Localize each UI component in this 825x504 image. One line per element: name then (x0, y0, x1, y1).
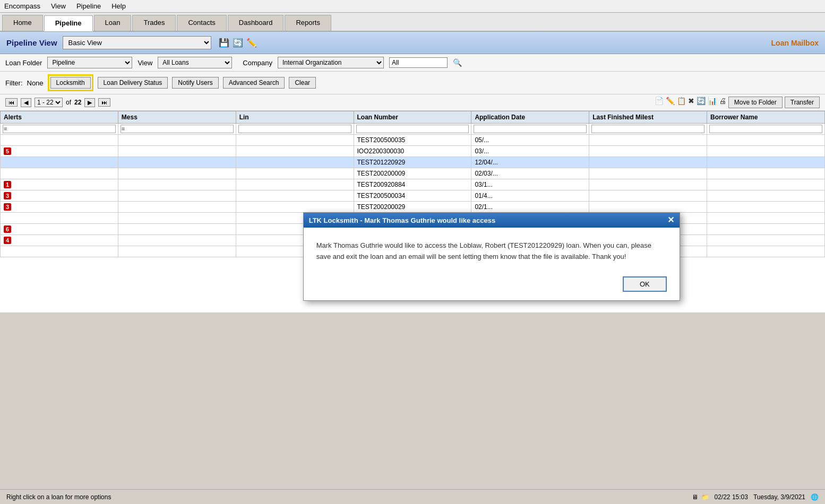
notify-users-button[interactable]: Notify Users (172, 77, 218, 89)
new-loan-icon[interactable]: 📄 (655, 97, 664, 108)
export-icon[interactable]: 📊 (708, 97, 717, 108)
menu-help[interactable]: Help (111, 2, 126, 10)
cell-milestone (589, 190, 707, 202)
table-row[interactable]: 3 TEST200500034 01/4... (1, 190, 825, 202)
page-range-select[interactable]: 1 - 22 (35, 98, 63, 107)
loan-folder-bar: Loan Folder Pipeline View All Loans Comp… (0, 54, 825, 72)
cell-alerts: 4 (1, 235, 118, 246)
cell-alerts (1, 246, 118, 257)
prev-page-button[interactable]: ◀ (21, 98, 31, 107)
tab-bar: Home Pipeline Loan Trades Contacts Dashb… (0, 13, 825, 32)
tab-trades[interactable]: Trades (132, 15, 176, 31)
table-row[interactable]: TEST200500035 05/... (1, 135, 825, 146)
dialog-message: Mark Thomas Guthrie would like to access… (316, 240, 667, 263)
cell-mess (118, 235, 236, 246)
delete-loan-icon[interactable]: ✖ (688, 97, 694, 108)
filter-borrower[interactable] (709, 125, 822, 133)
refresh-icon[interactable]: 🔄 (233, 38, 243, 48)
tab-home[interactable]: Home (2, 15, 43, 31)
refresh-loan-icon[interactable]: 🔄 (697, 97, 706, 108)
ok-button[interactable]: OK (623, 276, 667, 292)
cell-mess (118, 157, 236, 168)
loan-mailbox-link[interactable]: Loan Mailbox (771, 39, 819, 47)
cell-lin (236, 135, 354, 146)
cell-app-date: 12/04/... (471, 157, 589, 168)
filter-alerts[interactable] (3, 125, 116, 133)
table-row[interactable]: TEST200200009 02/03/... (1, 168, 825, 179)
col-alerts[interactable]: Alerts (1, 111, 118, 124)
filter-mess[interactable] (121, 125, 234, 133)
company-filter-input[interactable] (389, 57, 448, 68)
save-view-icon[interactable]: 💾 (219, 38, 229, 48)
first-page-button[interactable]: ⏮ (5, 98, 18, 107)
filter-lin[interactable] (238, 125, 351, 133)
loan-folder-label: Loan Folder (5, 59, 42, 67)
cell-milestone (589, 135, 707, 146)
clear-button[interactable]: Clear (289, 77, 316, 89)
loan-delivery-status-button[interactable]: Loan Delivery Status (98, 77, 168, 89)
filter-app-date[interactable] (474, 125, 587, 133)
cell-lin (236, 168, 354, 179)
edit-loan-icon[interactable]: ✏️ (666, 97, 675, 108)
locksmith-dialog: LTK Locksmith - Mark Thomas Guthrie woul… (303, 212, 680, 301)
table-row[interactable]: TEST201220929 12/04/... (1, 157, 825, 168)
tab-dashboard[interactable]: Dashboard (228, 15, 284, 31)
cell-milestone (589, 146, 707, 157)
tab-pipeline[interactable]: Pipeline (44, 15, 93, 31)
locksmith-button[interactable]: Locksmith (50, 77, 91, 89)
cell-milestone (589, 179, 707, 190)
filter-loan-number[interactable] (356, 125, 469, 133)
view-label: View (138, 59, 152, 67)
dialog-close-button[interactable]: ✕ (667, 216, 674, 224)
next-page-button[interactable]: ▶ (84, 98, 95, 107)
filter-milestone[interactable] (591, 125, 704, 133)
copy-loan-icon[interactable]: 📋 (677, 97, 686, 108)
view-select[interactable]: Basic View (63, 36, 211, 49)
cell-app-date: 01/4... (471, 190, 589, 202)
table-row[interactable]: 1 TEST200920884 03/1... (1, 179, 825, 190)
move-to-folder-button[interactable]: Move to Folder (728, 97, 783, 108)
cell-borrower (707, 190, 825, 202)
col-borrower[interactable]: Borrower Name (707, 111, 825, 124)
alert-badge: 5 (4, 147, 11, 155)
cell-loan-number: TEST201220929 (354, 157, 471, 168)
cell-borrower (707, 213, 825, 224)
col-milestone[interactable]: Last Finished Milest (589, 111, 707, 124)
cell-borrower (707, 224, 825, 235)
loan-folder-select[interactable]: Pipeline (47, 57, 132, 68)
cell-alerts: 6 (1, 224, 118, 235)
cell-borrower (707, 246, 825, 257)
menu-pipeline[interactable]: Pipeline (76, 2, 101, 10)
tab-contacts[interactable]: Contacts (177, 15, 226, 31)
table-row[interactable]: 5 IOO2200300030 03/... (1, 146, 825, 157)
filter-label: Filter: (5, 79, 23, 87)
cell-loan-number: TEST200500034 (354, 190, 471, 202)
pipeline-header: Pipeline View Basic View 💾 🔄 ✏️ Loan Mai… (0, 32, 825, 54)
transfer-button[interactable]: Transfer (785, 97, 820, 108)
edit-icon[interactable]: ✏️ (246, 38, 257, 48)
filter-value: None (27, 79, 44, 87)
tab-loan[interactable]: Loan (94, 15, 132, 31)
cell-loan-number: TEST200200029 (354, 202, 471, 213)
cell-loan-number: IOO2200300030 (354, 146, 471, 157)
last-page-button[interactable]: ⏭ (98, 98, 110, 107)
col-app-date[interactable]: Application Date (471, 111, 589, 124)
company-select[interactable]: Internal Organization (278, 57, 384, 68)
cell-mess (118, 246, 236, 257)
menu-view[interactable]: View (51, 2, 66, 10)
cell-mess (118, 190, 236, 202)
tab-reports[interactable]: Reports (285, 15, 331, 31)
col-loan-number[interactable]: Loan Number (354, 111, 471, 124)
action-icons: 📄 ✏️ 📋 ✖ 🔄 📊 🖨 Move to Folder Transfer (655, 97, 820, 108)
table-row[interactable]: 3 TEST200200029 02/1... (1, 202, 825, 213)
print-icon[interactable]: 🖨 (719, 97, 726, 108)
menu-bar: Encompass View Pipeline Help (0, 0, 825, 13)
advanced-search-button[interactable]: Advanced Search (223, 77, 285, 89)
cell-borrower (707, 157, 825, 168)
menu-encompass[interactable]: Encompass (4, 2, 40, 10)
cell-milestone (589, 157, 707, 168)
col-lin[interactable]: Lin (236, 111, 354, 124)
view-all-loans-select[interactable]: All Loans (158, 57, 232, 68)
search-icon[interactable]: 🔍 (453, 58, 462, 67)
col-mess[interactable]: Mess (118, 111, 236, 124)
